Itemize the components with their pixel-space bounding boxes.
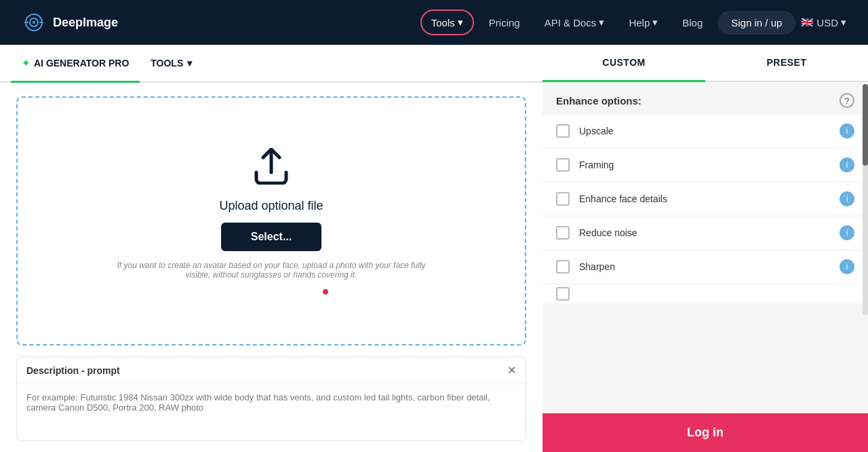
flag-icon: 🇬🇧 (801, 16, 814, 29)
face-details-label: Enhance face details (579, 193, 667, 204)
login-button[interactable]: Log in (542, 413, 868, 452)
upload-zone[interactable]: Upload optional file Select... If you wa… (16, 96, 526, 345)
enhance-item-partial: i (542, 284, 868, 303)
enhance-item-sharpen: Sharpen i (542, 250, 868, 283)
chevron-down-icon: ▾ (187, 58, 192, 69)
sharpen-label: Sharpen (579, 261, 615, 272)
sharpen-info-icon[interactable]: i (840, 259, 854, 274)
reduce-noise-info-icon[interactable]: i (840, 225, 854, 240)
upscale-checkbox[interactable] (556, 124, 570, 138)
face-details-info-icon[interactable]: i (840, 191, 854, 206)
upload-hint: If you want to create an avatar based on… (108, 261, 434, 280)
enhance-item-framing: Framing i (542, 149, 868, 181)
currency-button[interactable]: 🇬🇧 USD ▾ (801, 16, 846, 29)
framing-info-icon[interactable]: i (840, 157, 854, 172)
framing-checkbox[interactable] (556, 158, 570, 172)
scrollbar-thumb[interactable] (863, 84, 868, 166)
chevron-down-icon: ▾ (599, 16, 604, 29)
help-icon[interactable]: ? (840, 93, 854, 108)
nav-links: Tools ▾ Pricing API & Docs ▾ Help ▾ Blog… (420, 10, 846, 35)
sharpen-checkbox[interactable] (556, 260, 570, 274)
enhance-header: Enhance options: ? (542, 82, 868, 115)
help-nav-button[interactable]: Help ▾ (619, 11, 667, 34)
main-content: ✦ AI GENERATOR PRO TOOLS ▾ Upload (0, 45, 868, 452)
left-panel: ✦ AI GENERATOR PRO TOOLS ▾ Upload (0, 45, 542, 452)
upload-title: Upload optional file (219, 199, 323, 213)
partial-checkbox[interactable] (556, 287, 570, 301)
logo-icon (22, 10, 46, 35)
close-icon: ✕ (507, 364, 516, 376)
reduce-noise-checkbox[interactable] (556, 226, 570, 240)
tools-nav-button[interactable]: Tools ▾ (420, 10, 474, 35)
tab-ai-generator[interactable]: ✦ AI GENERATOR PRO (11, 45, 140, 83)
navbar: DeepImage Tools ▾ Pricing API & Docs ▾ H… (0, 0, 868, 45)
upload-icon (251, 148, 292, 189)
logo-text: DeepImage (53, 16, 118, 30)
chevron-down-icon: ▾ (841, 16, 846, 29)
upscale-label: Upscale (579, 126, 614, 136)
description-section: Description - prompt ✕ (16, 356, 526, 441)
right-tabs: CUSTOM PRESET (542, 45, 868, 82)
tab-custom[interactable]: CUSTOM (542, 45, 705, 82)
reduce-noise-label: Reduce noise (579, 227, 637, 238)
enhance-item-upscale: Upscale i (542, 115, 868, 147)
framing-label: Framing (579, 159, 614, 170)
svg-point-3 (33, 21, 35, 24)
blog-nav-button[interactable]: Blog (673, 12, 712, 34)
main-area: Upload optional file Select... If you wa… (0, 83, 542, 452)
right-panel: CUSTOM PRESET Enhance options: ? Upscale (542, 45, 868, 452)
enhance-item-reduce-noise: Reduce noise i (542, 216, 868, 249)
chevron-down-icon: ▾ (652, 16, 658, 29)
red-dot (323, 289, 328, 295)
scrollbar-track[interactable] (863, 84, 868, 315)
face-details-checkbox[interactable] (556, 192, 570, 206)
description-header: Description - prompt ✕ (17, 357, 526, 383)
enhance-item-face-details: Enhance face details i (542, 183, 868, 215)
signin-button[interactable]: Sign in / up (717, 11, 795, 35)
pricing-nav-button[interactable]: Pricing (479, 12, 530, 34)
tab-preset[interactable]: PRESET (705, 45, 868, 82)
select-button[interactable]: Select... (221, 223, 321, 251)
sparkle-icon: ✦ (22, 58, 30, 69)
tab-tools[interactable]: TOOLS ▾ (140, 45, 203, 83)
enhance-section: Enhance options: ? Upscale i Fr (542, 82, 868, 413)
api-docs-nav-button[interactable]: API & Docs ▾ (535, 11, 614, 34)
tabs-bar: ✦ AI GENERATOR PRO TOOLS ▾ (0, 45, 542, 83)
chevron-down-icon: ▾ (458, 16, 463, 29)
logo: DeepImage (22, 10, 118, 35)
upscale-info-icon[interactable]: i (840, 124, 854, 138)
description-textarea[interactable] (17, 383, 526, 438)
close-description-button[interactable]: ✕ (507, 364, 516, 377)
